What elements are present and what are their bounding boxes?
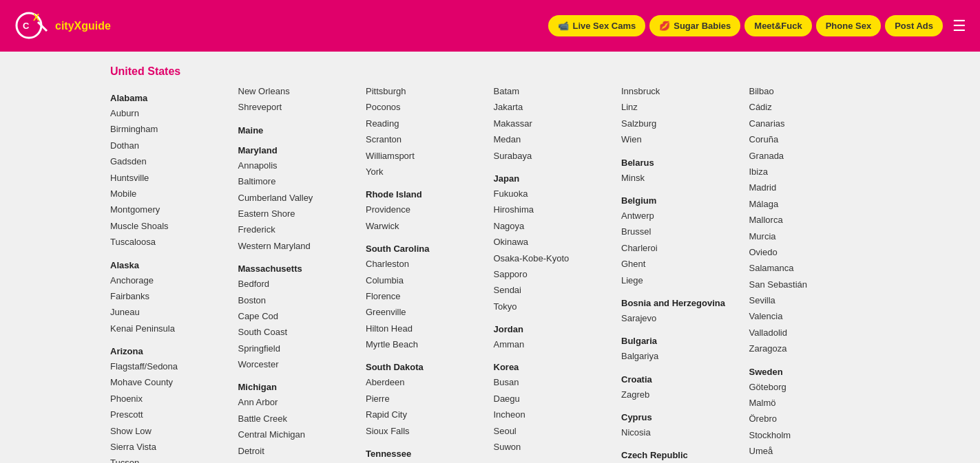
city-link[interactable]: Ann Arbor bbox=[238, 394, 359, 410]
city-link[interactable]: Ghent bbox=[621, 256, 742, 272]
city-link[interactable]: Antwerp bbox=[621, 208, 742, 224]
logo[interactable]: C X cityXguide bbox=[14, 7, 111, 45]
city-link[interactable]: Zaragoza bbox=[749, 341, 870, 356]
city-link[interactable]: Shreveport bbox=[238, 99, 359, 115]
city-link[interactable]: Baltimore bbox=[238, 173, 359, 189]
city-link[interactable]: Uppsala bbox=[749, 460, 870, 463]
city-link[interactable]: Rapid City bbox=[366, 407, 487, 422]
city-link[interactable]: Williamsport bbox=[366, 148, 487, 164]
city-link[interactable]: Juneau bbox=[110, 304, 231, 320]
city-link[interactable]: Myrtle Beach bbox=[366, 336, 487, 352]
city-link[interactable]: Mobile bbox=[110, 186, 231, 202]
city-link[interactable]: Huntsville bbox=[110, 170, 231, 186]
city-link[interactable]: Canarias bbox=[749, 116, 870, 131]
city-link[interactable]: Zagreb bbox=[621, 387, 742, 402]
city-link[interactable]: Balgariya bbox=[621, 348, 742, 364]
city-link[interactable]: Tucson bbox=[110, 455, 231, 463]
city-link[interactable]: Murcia bbox=[749, 228, 870, 244]
city-link[interactable]: Scranton bbox=[366, 131, 487, 147]
city-link[interactable]: Suwon bbox=[494, 439, 615, 455]
city-link[interactable]: Busan bbox=[494, 374, 615, 390]
city-link[interactable]: Sevilla bbox=[749, 292, 870, 308]
sugar-babies-button[interactable]: 💋 Sugar Babies bbox=[649, 15, 740, 36]
city-link[interactable]: Bilbao bbox=[749, 83, 870, 99]
city-link[interactable]: Anchorage bbox=[110, 272, 231, 288]
city-link[interactable]: Flint bbox=[238, 459, 359, 463]
city-link[interactable]: Salzburg bbox=[621, 116, 742, 131]
city-link[interactable]: Annapolis bbox=[238, 158, 359, 173]
city-link[interactable]: Frederick bbox=[238, 222, 359, 237]
city-link[interactable]: Pittsburgh bbox=[366, 83, 487, 99]
city-link[interactable]: Central Michigan bbox=[238, 427, 359, 442]
city-link[interactable]: Eastern Shore bbox=[238, 206, 359, 222]
city-link[interactable]: Detroit bbox=[238, 443, 359, 459]
city-link[interactable]: South Coast bbox=[238, 324, 359, 340]
city-link[interactable]: Salamanca bbox=[749, 260, 870, 276]
city-link[interactable]: Fukuoka bbox=[494, 186, 615, 202]
city-link[interactable]: Reading bbox=[366, 116, 487, 131]
city-link[interactable]: Worcester bbox=[238, 356, 359, 372]
city-link[interactable]: Surabaya bbox=[494, 148, 615, 164]
city-link[interactable]: Show Low bbox=[110, 423, 231, 439]
city-link[interactable]: Valladolid bbox=[749, 325, 870, 341]
city-link[interactable]: Medan bbox=[494, 131, 615, 147]
post-ads-button[interactable]: Post Ads bbox=[885, 15, 943, 36]
city-link[interactable]: Tuscaloosa bbox=[110, 234, 231, 250]
city-link[interactable]: Granada bbox=[749, 148, 870, 164]
city-link[interactable]: Örebro bbox=[749, 411, 870, 427]
city-link[interactable]: Warwick bbox=[366, 218, 487, 234]
city-link[interactable]: Western Maryland bbox=[238, 238, 359, 254]
city-link[interactable]: Auburn bbox=[110, 105, 231, 121]
city-link[interactable]: Tokyo bbox=[494, 299, 615, 314]
city-link[interactable]: Daegu bbox=[494, 391, 615, 407]
city-link[interactable]: Providence bbox=[366, 202, 487, 217]
city-link[interactable]: Batam bbox=[494, 83, 615, 99]
city-link[interactable]: Minsk bbox=[621, 170, 742, 186]
city-link[interactable]: Nagoya bbox=[494, 218, 615, 234]
city-link[interactable]: Linz bbox=[621, 99, 742, 115]
city-link[interactable]: Wien bbox=[621, 131, 742, 147]
city-link[interactable]: Aberdeen bbox=[366, 374, 487, 390]
city-link[interactable]: Madrid bbox=[749, 180, 870, 195]
hamburger-menu-icon[interactable]: ☰ bbox=[952, 17, 966, 35]
city-link[interactable]: Cumberland Valley bbox=[238, 190, 359, 206]
city-link[interactable]: Nicosia bbox=[621, 424, 742, 440]
city-link[interactable]: Greenville bbox=[366, 304, 487, 320]
city-link[interactable]: Ibiza bbox=[749, 164, 870, 180]
city-link[interactable]: Innsbruck bbox=[621, 83, 742, 99]
city-link[interactable]: Málaga bbox=[749, 196, 870, 212]
city-link[interactable]: Dothan bbox=[110, 138, 231, 153]
city-link[interactable]: Sioux Falls bbox=[366, 423, 487, 439]
city-link[interactable]: Battle Creek bbox=[238, 411, 359, 427]
city-link[interactable]: Pierre bbox=[366, 391, 487, 407]
city-link[interactable]: Okinawa bbox=[494, 234, 615, 250]
city-link[interactable]: Prescott bbox=[110, 407, 231, 422]
city-link[interactable]: York bbox=[366, 164, 487, 180]
city-link[interactable]: Columbia bbox=[366, 272, 487, 288]
city-link[interactable]: Sapporo bbox=[494, 266, 615, 282]
city-link[interactable]: Seoul bbox=[494, 423, 615, 439]
city-link[interactable]: Stockholm bbox=[749, 427, 870, 443]
city-link[interactable]: Umeå bbox=[749, 443, 870, 459]
city-link[interactable]: Bedford bbox=[238, 276, 359, 292]
city-link[interactable]: Liege bbox=[621, 272, 742, 288]
city-link[interactable]: Flagstaff/Sedona bbox=[110, 358, 231, 374]
city-link[interactable]: Coruña bbox=[749, 131, 870, 147]
city-link[interactable]: Hiroshima bbox=[494, 202, 615, 217]
meet-fuck-button[interactable]: Meet&Fuck bbox=[744, 15, 811, 36]
city-link[interactable]: Springfield bbox=[238, 341, 359, 356]
city-link[interactable]: Amman bbox=[494, 336, 615, 352]
city-link[interactable]: Göteborg bbox=[749, 379, 870, 395]
city-link[interactable]: Sierra Vista bbox=[110, 439, 231, 455]
city-link[interactable]: Malmö bbox=[749, 395, 870, 411]
city-link[interactable]: Mohave County bbox=[110, 374, 231, 390]
city-link[interactable]: New Orleans bbox=[238, 83, 359, 99]
city-link[interactable]: Osaka-Kobe-Kyoto bbox=[494, 250, 615, 266]
city-link[interactable]: Charleroi bbox=[621, 240, 742, 256]
city-link[interactable]: San Sebastián bbox=[749, 277, 870, 292]
city-link[interactable]: Brussel bbox=[621, 224, 742, 239]
city-link[interactable]: Cape Cod bbox=[238, 308, 359, 324]
city-link[interactable]: Sarajevo bbox=[621, 310, 742, 326]
live-sex-cams-button[interactable]: 📹 Live Sex Cams bbox=[548, 15, 645, 36]
city-link[interactable]: Oviedo bbox=[749, 244, 870, 260]
